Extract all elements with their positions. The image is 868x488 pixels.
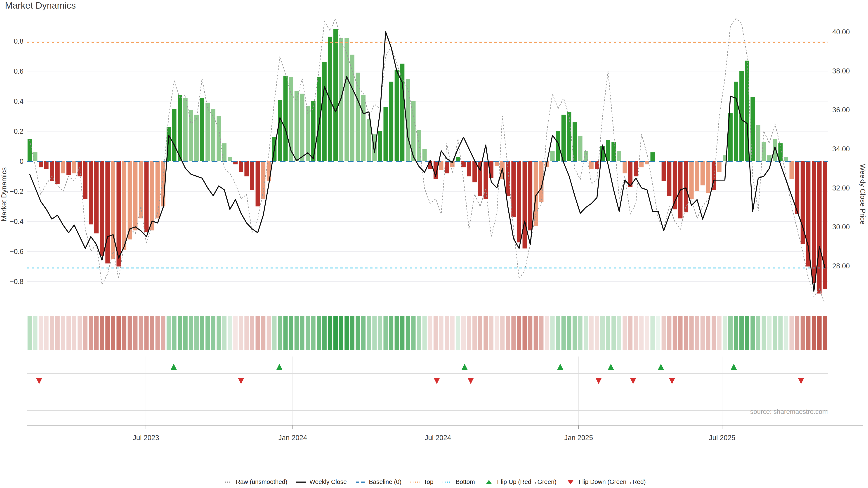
heatmap-cell <box>817 316 822 350</box>
heatmap-cell <box>678 316 682 350</box>
oscillator-bar <box>567 112 571 161</box>
oscillator-bar <box>206 103 210 161</box>
oscillator-bar <box>817 161 822 293</box>
heatmap-cell <box>717 316 721 350</box>
heatmap-strip <box>28 316 827 350</box>
heatmap-cell <box>328 316 332 350</box>
heatmap-cell <box>806 316 810 350</box>
left-axis-tick: −0.4 <box>10 218 24 225</box>
heatmap-cell <box>189 316 193 350</box>
oscillator-bar <box>78 161 82 176</box>
oscillator-bar <box>172 109 177 161</box>
oscillator-bar <box>689 161 694 199</box>
legend-item-label: Flip Up (Red→Green) <box>497 479 557 486</box>
heatmap-cell <box>361 316 366 350</box>
flip-down-icon <box>798 378 804 384</box>
right-axis-tick: 30.00 <box>832 223 850 231</box>
oscillator-bar <box>445 161 449 173</box>
heatmap-cell <box>645 316 649 350</box>
heatmap-cell <box>128 316 132 350</box>
oscillator-bar <box>495 161 499 166</box>
heatmap-cell <box>261 316 266 350</box>
oscillator-bar <box>395 70 399 161</box>
oscillator-bar <box>55 161 60 184</box>
right-axis-tick: 28.00 <box>832 262 850 270</box>
heatmap-cell <box>217 316 221 350</box>
heatmap-cell <box>344 316 349 350</box>
heatmap-cell <box>656 316 660 350</box>
oscillator-bar <box>61 161 65 173</box>
x-axis-tick-label: Jan 2025 <box>564 434 593 442</box>
oscillator-bar <box>178 95 182 161</box>
heatmap-cell <box>534 316 538 350</box>
oscillator-bar <box>389 82 393 161</box>
oscillator-bar <box>639 161 644 167</box>
oscillator-bar <box>812 161 816 283</box>
heatmap-cell <box>578 316 583 350</box>
oscillator-bar <box>200 98 204 161</box>
right-axis-tick: 34.00 <box>832 145 850 153</box>
heatmap-cell <box>595 316 599 350</box>
oscillator-bar <box>439 161 443 170</box>
x-axis-tick-label: Jan 2024 <box>278 434 307 442</box>
heatmap-cell <box>489 316 493 350</box>
oscillator-bar <box>28 139 32 161</box>
legend-dotted-icon <box>442 479 453 485</box>
heatmap-cell <box>434 316 438 350</box>
heatmap-cell <box>256 316 260 350</box>
heatmap-cell <box>567 316 571 350</box>
heatmap-cell <box>72 316 76 350</box>
heatmap-cell <box>478 316 483 350</box>
oscillator-bar <box>578 136 583 161</box>
heatmap-cell <box>144 316 149 350</box>
heatmap-cell <box>745 316 749 350</box>
flip-up-icon <box>557 364 563 369</box>
legend-item: Flip Down (Green→Red) <box>565 479 646 486</box>
oscillator-bar <box>701 161 705 185</box>
oscillator-bar <box>467 161 471 176</box>
oscillator-bar <box>122 161 126 250</box>
heatmap-cell <box>139 316 143 350</box>
heatmap-cell <box>773 316 777 350</box>
heatmap-cell <box>600 316 604 350</box>
heatmap-cell <box>61 316 65 350</box>
heatmap-cell <box>156 316 160 350</box>
heatmap-cell <box>411 316 415 350</box>
heatmap-cell <box>456 316 460 350</box>
legend-item: Weekly Close <box>296 479 347 486</box>
heatmap-cell <box>55 316 60 350</box>
heatmap-cell <box>723 316 727 350</box>
heatmap-cell <box>339 316 343 350</box>
legend-item: Raw (unsmoothed) <box>222 479 287 486</box>
heatmap-cell <box>116 316 121 350</box>
flip-down-icon <box>596 378 601 384</box>
oscillator-bar <box>634 161 638 176</box>
legend-item-label: Bottom <box>456 479 475 486</box>
oscillator-bar <box>784 157 788 161</box>
oscillator-bar <box>111 161 115 259</box>
heatmap-cell <box>244 316 249 350</box>
oscillator-bar <box>294 91 299 161</box>
heatmap-cell <box>712 316 716 350</box>
heatmap-cell <box>283 316 288 350</box>
oscillator-bar <box>511 161 516 217</box>
heatmap-cell <box>111 316 115 350</box>
heatmap-cell <box>322 316 327 350</box>
oscillator-bar <box>244 161 249 176</box>
heatmap-cell <box>239 316 243 350</box>
heatmap-cell <box>472 316 477 350</box>
heatmap-cell <box>172 316 176 350</box>
oscillator-bar <box>461 161 466 167</box>
flip-up-icon <box>276 364 282 369</box>
oscillator-bar <box>756 125 761 161</box>
oscillator-bar <box>667 161 671 196</box>
oscillator-bar <box>133 161 137 230</box>
oscillator-bar <box>256 161 260 206</box>
heatmap-cell <box>784 316 788 350</box>
left-axis-title: Market Dynamics <box>0 167 8 221</box>
legend-triangle-down-icon <box>565 479 576 485</box>
lower-panel <box>27 357 863 429</box>
heatmap-cell <box>701 316 705 350</box>
oscillator-bar <box>789 161 794 180</box>
heatmap-cell <box>133 316 137 350</box>
